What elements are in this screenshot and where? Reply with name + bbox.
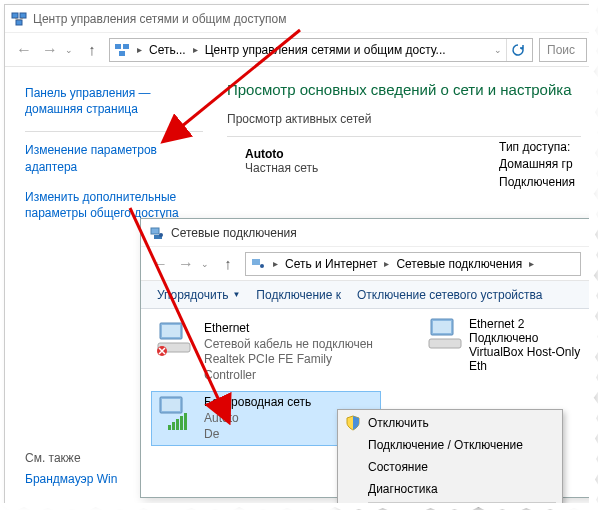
access-type-label: Тип доступа: [499, 139, 575, 156]
network-connections-icon [250, 256, 266, 272]
svg-rect-18 [433, 321, 451, 333]
network-connections-window: Сетевые подключения ← → ⌄ ↑ ▸ Сеть и Инт… [140, 218, 594, 498]
menu-item-disable[interactable]: Отключить [340, 412, 560, 434]
adapter-name: Ethernet 2 [469, 317, 597, 331]
up-button[interactable]: ↑ [79, 37, 105, 63]
adapter-device: VirtualBox Host-Only Eth [469, 345, 597, 373]
sharing-settings-link[interactable]: Изменить дополнительные параметры общего… [25, 189, 203, 221]
ethernet-adapter-icon [156, 321, 198, 359]
svg-rect-21 [162, 399, 180, 411]
address-bar[interactable]: ▸ Сеть... ▸ Центр управления сетями и об… [109, 38, 533, 62]
shield-icon [344, 414, 362, 432]
page-heading: Просмотр основных сведений о сети и наст… [227, 81, 581, 98]
connect-to-button[interactable]: Подключение к [248, 286, 349, 304]
back-button[interactable]: ← [147, 251, 173, 277]
svg-rect-26 [184, 413, 187, 430]
adapter-status: Подключено [469, 331, 597, 345]
chevron-icon: ▸ [270, 258, 281, 269]
adapter-device: De [204, 427, 311, 443]
window-title: Центр управления сетями и общим доступом [33, 12, 287, 26]
chevron-icon: ▸ [526, 258, 537, 269]
adapter-status: Autoto [204, 411, 311, 427]
chevron-down-icon: ▼ [232, 290, 240, 299]
sub-navbar: ← → ⌄ ↑ ▸ Сеть и Интернет ▸ Сетевые подк… [141, 247, 593, 281]
organize-button[interactable]: Упорядочить▼ [149, 286, 248, 304]
svg-rect-23 [172, 422, 175, 430]
adapter-settings-link[interactable]: Изменение параметров адаптера [25, 142, 203, 174]
svg-point-12 [260, 264, 264, 268]
torn-edge-right [589, 0, 598, 510]
svg-rect-1 [20, 13, 26, 18]
ethernet-adapter-icon [427, 317, 469, 373]
sub-address-bar[interactable]: ▸ Сеть и Интернет ▸ Сетевые подключения … [245, 252, 581, 276]
history-dropdown[interactable]: ⌄ [63, 45, 75, 55]
svg-rect-2 [16, 20, 22, 25]
svg-point-10 [159, 233, 163, 237]
breadcrumb-connections[interactable]: Сетевые подключения [392, 253, 526, 275]
addr-dropdown[interactable]: ⌄ [490, 45, 506, 55]
titlebar: Центр управления сетями и общим доступом [5, 5, 593, 33]
navbar: ← → ⌄ ↑ ▸ Сеть... ▸ Центр управления сет… [5, 33, 593, 67]
connections-label: Подключения [499, 174, 575, 191]
svg-rect-8 [151, 228, 159, 234]
up-button[interactable]: ↑ [215, 251, 241, 277]
menu-item-toggle[interactable]: Подключение / Отключение [340, 434, 560, 456]
adapter-device: Realtek PCIe FE Family Controller [204, 352, 376, 383]
forward-button[interactable]: → [173, 251, 199, 277]
menu-item-diagnostics[interactable]: Диагностика [340, 478, 560, 500]
control-panel-home-link[interactable]: Панель управления — домашняя страница [25, 85, 203, 117]
adapter-item-ethernet2[interactable]: Ethernet 2 Подключено VirtualBox Host-On… [427, 317, 597, 373]
forward-button[interactable]: → [37, 37, 63, 63]
adapter-list: Ethernet Сетевой кабель не подключен Rea… [141, 309, 593, 458]
svg-rect-11 [252, 259, 260, 265]
torn-edge-bottom [0, 503, 598, 510]
network-connections-icon [149, 225, 165, 241]
svg-rect-14 [162, 325, 180, 337]
disable-device-button[interactable]: Отключение сетевого устройства [349, 286, 550, 304]
search-input[interactable]: Поис [539, 38, 587, 62]
menu-item-status[interactable]: Состояние [340, 456, 560, 478]
svg-rect-22 [168, 425, 171, 430]
active-networks-label: Просмотр активных сетей [227, 112, 581, 126]
sub-window-title: Сетевые подключения [171, 226, 297, 240]
adapter-context-menu: Отключить Подключение / Отключение Состо… [337, 409, 563, 508]
chevron-icon: ▸ [134, 44, 145, 55]
adapter-name: Беспроводная сеть [204, 395, 311, 411]
adapter-status: Сетевой кабель не подключен [204, 337, 376, 353]
svg-rect-7 [119, 51, 125, 56]
menu-separator [368, 502, 556, 503]
svg-rect-6 [123, 44, 129, 49]
adapter-name: Ethernet [204, 321, 376, 337]
homegroup-label: Домашняя гр [499, 156, 575, 173]
breadcrumb-network[interactable]: Сеть... [145, 39, 190, 61]
sub-toolbar: Упорядочить▼ Подключение к Отключение се… [141, 281, 593, 309]
svg-rect-0 [12, 13, 18, 18]
svg-rect-19 [429, 339, 461, 348]
menu-label: Отключить [368, 416, 429, 430]
history-dropdown[interactable]: ⌄ [199, 259, 211, 269]
network-center-icon [11, 11, 27, 27]
wireless-adapter-icon [156, 395, 198, 433]
breadcrumb-center[interactable]: Центр управления сетями и общим досту... [201, 39, 450, 61]
sub-titlebar: Сетевые подключения [141, 219, 593, 247]
adapter-item-ethernet[interactable]: Ethernet Сетевой кабель не подключен Rea… [151, 317, 381, 387]
network-details: Тип доступа: Домашняя гр Подключения [499, 139, 575, 191]
svg-rect-24 [176, 419, 179, 430]
chevron-icon: ▸ [381, 258, 392, 269]
refresh-button[interactable] [506, 39, 528, 61]
breadcrumb-net-internet[interactable]: Сеть и Интернет [281, 253, 381, 275]
network-center-icon [114, 42, 130, 58]
svg-rect-25 [180, 416, 183, 430]
svg-rect-5 [115, 44, 121, 49]
chevron-icon: ▸ [190, 44, 201, 55]
back-button[interactable]: ← [11, 37, 37, 63]
search-placeholder: Поис [547, 43, 575, 57]
